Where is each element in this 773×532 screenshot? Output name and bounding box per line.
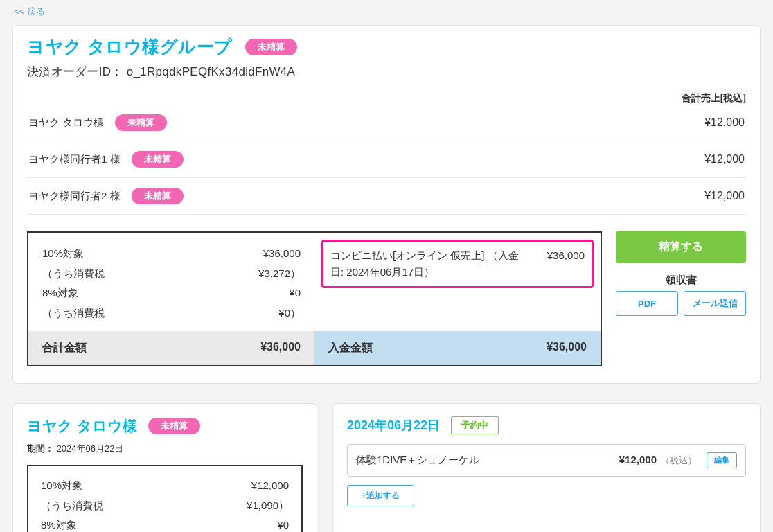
tax8-inner-value: ¥0） bbox=[278, 303, 301, 323]
group-card: ヨヤク タロウ様グループ 未精算 決済オーダーID： o_1RpqdkPEQfK… bbox=[12, 25, 761, 384]
booking-item-row: 体験1DIVE＋シュノーケル ¥12,000（税込） 編集 bbox=[347, 444, 746, 477]
group-status-badge: 未精算 bbox=[245, 39, 297, 55]
ind-tax10-inner-label: （うち消費税 bbox=[41, 496, 103, 516]
edit-button[interactable]: 編集 bbox=[707, 452, 737, 468]
booking-status-badge: 予約中 bbox=[451, 416, 499, 434]
person-status-badge: 未精算 bbox=[132, 188, 184, 204]
person-amount: ¥12,000 bbox=[704, 190, 745, 202]
total-label: 合計金額 bbox=[42, 341, 87, 355]
tax8-value: ¥0 bbox=[289, 283, 301, 303]
ind-tax10-inner-value: ¥1,090） bbox=[247, 496, 289, 516]
pdf-button[interactable]: PDF bbox=[616, 291, 678, 316]
total-value: ¥36,000 bbox=[260, 341, 301, 355]
individual-card: ヨヤク タロウ様 未精算 期間： 2024年06月22日 10%対象¥12,00… bbox=[12, 403, 317, 532]
booking-price: ¥12,000 bbox=[619, 454, 657, 466]
person-amount: ¥12,000 bbox=[704, 153, 745, 166]
ind-tax10-label: 10%対象 bbox=[41, 476, 82, 496]
actions-panel: 精算する 領収書 PDF メール送信 bbox=[616, 231, 746, 316]
deposit-value: ¥36,000 bbox=[547, 341, 587, 355]
total-sales-header: 合計売上[税込] bbox=[27, 92, 746, 105]
payment-info-highlight: コンビニ払い[オンライン 仮売上] （入金日: 2024年06月17日） ¥36… bbox=[321, 240, 594, 288]
ind-tax8-label: 8%対象 bbox=[41, 515, 77, 532]
receipt-label: 領収書 bbox=[616, 274, 746, 287]
person-amount: ¥12,000 bbox=[704, 116, 745, 129]
person-row: ヨヤク様同行者1 様 未精算 ¥12,000 bbox=[27, 141, 746, 178]
order-id-value: o_1RpqdkPEQfKx34dldFnW4A bbox=[127, 65, 295, 78]
order-id-label: 決済オーダーID： bbox=[27, 65, 123, 78]
tax10-value: ¥36,000 bbox=[263, 244, 301, 264]
person-name: ヨヤク様同行者2 様 bbox=[28, 190, 121, 203]
person-status-badge: 未精算 bbox=[132, 151, 184, 168]
back-link[interactable]: << 戻る bbox=[0, 0, 773, 18]
ind-tax10-value: ¥12,000 bbox=[251, 476, 289, 496]
tax-inclusive-label: （税込） bbox=[661, 455, 697, 466]
person-row: ヨヤク様同行者2 様 未精算 ¥12,000 bbox=[27, 178, 746, 215]
period-value: 2024年06月22日 bbox=[57, 443, 124, 454]
booking-card: 2024年06月22日 予約中 体験1DIVE＋シュノーケル ¥12,000（税… bbox=[332, 403, 761, 532]
individual-status-badge: 未精算 bbox=[148, 418, 200, 434]
person-name: ヨヤク タロウ様 bbox=[28, 116, 104, 130]
mail-button[interactable]: メール送信 bbox=[684, 291, 746, 316]
period-label: 期間： bbox=[27, 443, 54, 454]
settle-button[interactable]: 精算する bbox=[616, 231, 746, 263]
person-row: ヨヤク タロウ様 未精算 ¥12,000 bbox=[27, 105, 746, 141]
payment-info-amount: ¥36,000 bbox=[522, 247, 585, 281]
group-header: ヨヤク タロウ様グループ 未精算 bbox=[27, 35, 746, 58]
group-title: ヨヤク タロウ様グループ bbox=[27, 35, 233, 58]
add-button[interactable]: +追加する bbox=[347, 485, 414, 506]
individual-title: ヨヤク タロウ様 bbox=[27, 416, 137, 436]
order-id-row: 決済オーダーID： o_1RpqdkPEQfKx34dldFnW4A bbox=[27, 64, 746, 80]
tax10-label: 10%対象 bbox=[42, 244, 84, 264]
period-row: 期間： 2024年06月22日 bbox=[27, 443, 303, 455]
booking-item-name: 体験1DIVE＋シュノーケル bbox=[356, 454, 619, 467]
payment-info-text: コンビニ払い[オンライン 仮売上] （入金日: 2024年06月17日） bbox=[330, 247, 522, 281]
deposit-label: 入金金額 bbox=[328, 341, 373, 355]
person-name: ヨヤク様同行者1 様 bbox=[28, 153, 121, 166]
person-status-badge: 未精算 bbox=[115, 114, 167, 131]
ind-tax8-value: ¥0 bbox=[277, 515, 289, 532]
tax8-inner-label: （うち消費税 bbox=[42, 303, 105, 323]
tax10-inner-label: （うち消費税 bbox=[42, 264, 105, 284]
booking-date: 2024年06月22日 bbox=[347, 417, 440, 434]
tax10-inner-value: ¥3,272） bbox=[258, 264, 301, 284]
group-summary-box: 10%対象¥36,000 （うち消費税¥3,272） 8%対象¥0 （うち消費税… bbox=[27, 231, 602, 366]
tax8-label: 8%対象 bbox=[42, 283, 78, 303]
